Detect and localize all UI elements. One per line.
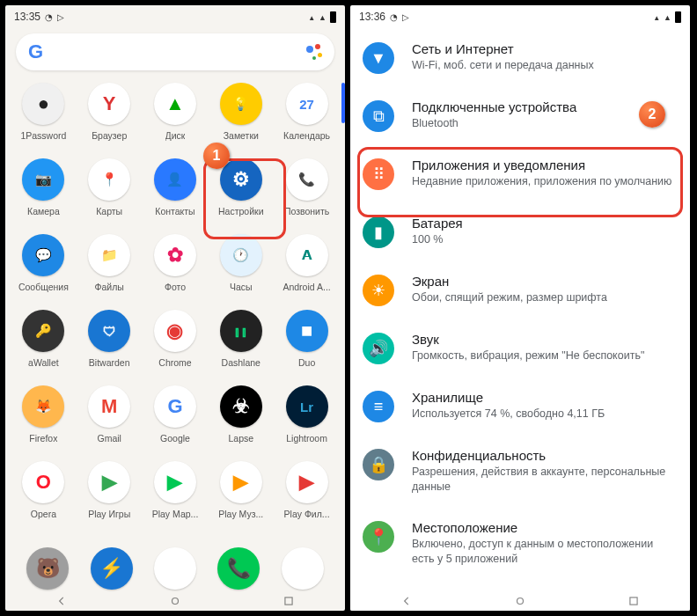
app-play игры[interactable]: ▶Play Игры [77,458,143,533]
google-logo-icon: G [28,40,43,63]
app-label: Фото [165,282,186,292]
app-1password[interactable]: ●1Password [11,79,77,155]
nav-recent-icon[interactable] [627,595,640,607]
settings-item-3[interactable]: ▮ Батарея 100 % [350,202,690,260]
app-label: Google [160,433,190,444]
svg-point-0 [172,598,178,605]
app-firefox[interactable]: 🦊Firefox [11,382,77,458]
app-play мар...[interactable]: ▶Play Мар... [143,458,209,533]
settings-item-2[interactable]: ⠿ Приложения и уведомления Недавние прил… [350,144,690,202]
app-bitwarden[interactable]: 🛡Bitwarden [77,306,143,382]
settings-item-0[interactable]: ▼ Сеть и Интернет Wi-Fi, моб. сети и пер… [350,28,690,86]
app-play муз...[interactable]: ▶Play Муз... [208,458,274,533]
settings-title: Хранилище [412,390,676,405]
nav-back-icon[interactable] [400,595,413,607]
app-label: Play Игры [88,509,130,519]
app-label: Файлы [95,282,124,292]
settings-icon: ⠿ [363,158,394,190]
app-icon: O [22,461,64,503]
app-label: Календарь [283,130,330,141]
app-gmail[interactable]: MGmail [77,382,143,458]
settings-title: Приложения и уведомления [412,158,676,172]
app-контакты[interactable]: 👤Контакты [143,155,209,231]
phone-right-settings: 13:36 ◔ ▷ ▼ Сеть и Интернет Wi-Fi, моб. … [350,5,690,611]
app-сообщения[interactable]: 💬Сообщения [11,231,77,306]
settings-subtitle: Wi-Fi, моб. сети и передача данных [412,58,676,73]
app-icon: M [88,385,130,428]
app-icon: ■ [286,310,328,352]
app-icon: 27 [286,83,328,125]
app-камера[interactable]: 📷Камера [11,155,77,231]
app-часы[interactable]: 🕐Часы [208,231,274,306]
app-icon: 💬 [22,234,64,276]
settings-item-4[interactable]: ☀ Экран Обои, спящий режим, размер шрифт… [350,260,690,319]
app-label: Dashlane [222,357,260,368]
app-label: aWallet [28,357,59,368]
notification-icon: ◔ [45,12,53,22]
settings-item-7[interactable]: 🔒 Конфиденциальность Разрешения, действи… [350,435,690,507]
settings-icon: ▼ [363,42,394,74]
app-карты[interactable]: 📍Карты [77,155,143,231]
settings-subtitle: Bluetooth [412,116,676,131]
app-duo[interactable]: ■Duo [274,306,340,382]
notification-icon: ▷ [402,12,409,22]
app-google[interactable]: GGoogle [143,382,209,458]
app-lapse[interactable]: ☣Lapse [208,382,274,458]
app-icon: 👤 [154,158,196,201]
battery-icon [330,11,336,23]
scroll-indicator[interactable] [341,83,345,123]
app-opera[interactable]: OOpera [11,458,77,533]
assistant-icon[interactable] [306,44,322,60]
app-label: Play Мар... [152,509,199,519]
search-bar[interactable]: G [16,33,334,70]
app-label: Duo [298,357,315,368]
app-android a...[interactable]: 𝗔Android A... [274,231,340,306]
app-play фил...[interactable]: ▶Play Фил... [274,458,340,533]
settings-item-8[interactable]: 📍 Местоположение Включено, доступ к данн… [350,507,690,579]
app-lightroom[interactable]: LrLightroom [274,382,340,458]
nav-recent-icon[interactable] [282,595,295,607]
app-icon: 📍 [88,158,130,201]
dock-app[interactable]: ⚡ [91,547,133,590]
nav-back-icon[interactable] [55,595,68,607]
app-диск[interactable]: ▲Диск [143,79,209,155]
wifi-icon [653,11,660,23]
nav-home-icon[interactable] [514,595,526,607]
settings-title: Батарея [412,216,676,231]
app-icon: ▲ [154,83,196,125]
app-label: Gmail [97,433,121,444]
app-icon: ⫿⫿ [220,310,262,352]
app-chrome[interactable]: ◉Chrome [143,306,209,382]
android-nav-bar [5,591,345,611]
app-календарь[interactable]: 27Календарь [274,79,340,155]
dock-app[interactable]: ◉ [154,547,196,590]
app-icon: 🕐 [220,234,262,276]
settings-subtitle: Обои, спящий режим, размер шрифта [412,290,676,305]
settings-subtitle: 100 % [412,232,676,247]
app-фото[interactable]: ✿Фото [143,231,209,306]
settings-subtitle: Включено, доступ к данным о местоположен… [412,537,676,567]
app-awallet[interactable]: 🔑aWallet [11,306,77,382]
app-dashlane[interactable]: ⫿⫿Dashlane [208,306,274,382]
app-icon: 🔑 [22,310,64,352]
app-label: Lapse [228,433,253,444]
app-label: Chrome [158,357,191,368]
app-icon: ▶ [220,461,262,503]
settings-item-6[interactable]: ≡ Хранилище Используется 74 %, свободно … [350,377,690,435]
app-браузер[interactable]: YБраузер [77,79,143,155]
settings-icon: ☀ [363,275,394,306]
app-icon: ☣ [220,385,262,428]
nav-home-icon[interactable] [169,595,181,607]
app-позвонить[interactable]: 📞Позвонить [274,155,340,231]
dock-app[interactable]: 📞 [217,547,260,590]
app-label: Opera [31,509,56,519]
settings-icon: ⧉ [363,100,394,132]
settings-item-5[interactable]: 🔊 Звук Громкость, вибрация, режим "Не бе… [350,319,690,377]
app-icon: 📁 [88,234,130,276]
dock-app[interactable]: ▶ [282,547,324,590]
wifi-icon [308,11,315,23]
settings-subtitle: Используется 74 %, свободно 4,11 ГБ [412,407,676,422]
settings-icon: 📍 [363,521,394,553]
dock-app[interactable]: 🐻 [26,547,69,590]
app-файлы[interactable]: 📁Файлы [77,231,143,306]
